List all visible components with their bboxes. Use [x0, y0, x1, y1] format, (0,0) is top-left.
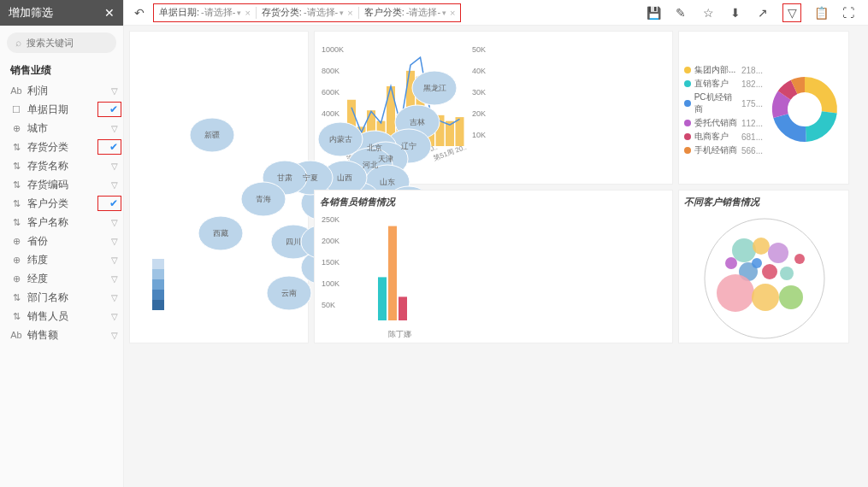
- check-icon: ✔: [109, 103, 118, 115]
- close-icon[interactable]: ×: [347, 8, 352, 18]
- svg-text:100K: 100K: [322, 279, 340, 288]
- legend-label: PC机经销商: [694, 91, 738, 115]
- tree-item[interactable]: ⇅客户名称▽: [10, 213, 118, 232]
- province-label: 山西: [337, 173, 352, 182]
- legend-item[interactable]: 委托代销商112...: [684, 117, 763, 129]
- province-label: 西藏: [213, 229, 228, 238]
- sidebar: 增加筛选 ✕ ⌕ 销售业绩 Ab利润▽☐单据日期✔⊕城市▽⇅存货分类✔⇅存货名称…: [0, 0, 124, 487]
- edit-icon[interactable]: ✎: [673, 5, 688, 21]
- tree-item[interactable]: ☐单据日期✔: [10, 100, 118, 119]
- main: ↶ 单据日期:-请选择-▾×存货分类:-请选择-▾×客户分类:-请选择-▾× 💾…: [124, 0, 868, 487]
- star-icon[interactable]: ☆: [700, 5, 716, 21]
- filter-icon[interactable]: ▽: [782, 3, 801, 22]
- tree-item[interactable]: Ab销售额▽: [10, 326, 118, 344]
- bubble[interactable]: [725, 257, 737, 269]
- legend-item[interactable]: 直销客户182...: [684, 78, 763, 90]
- filter-chip[interactable]: 客户分类:-请选择-▾×: [361, 6, 459, 19]
- bubbles-title: 不同客户销售情况: [684, 196, 843, 208]
- field-type-icon: ⇅: [10, 197, 22, 209]
- svg-text:150K: 150K: [322, 258, 340, 267]
- tree-item[interactable]: ⊕纬度▽: [10, 250, 118, 269]
- province-label: 宁夏: [303, 173, 318, 182]
- field-type-icon: Ab: [10, 329, 22, 341]
- tree-item[interactable]: ⇅销售人员▽: [10, 307, 118, 326]
- legend-value: 681...: [741, 132, 763, 142]
- legend-label: 电商客户: [694, 131, 729, 143]
- legend-value: 175...: [741, 99, 763, 109]
- tree-item[interactable]: ⇅存货编码▽: [10, 175, 118, 194]
- fullscreen-icon[interactable]: ⛶: [841, 5, 856, 21]
- bubble[interactable]: [779, 285, 803, 309]
- dashboard: 1000K800K600K400K200K 50K40K30K20K10K 第4…: [124, 26, 868, 487]
- close-icon[interactable]: ✕: [104, 6, 115, 20]
- card-bubbles[interactable]: 不同客户销售情况: [678, 190, 849, 343]
- bubble[interactable]: [762, 264, 777, 279]
- bubble[interactable]: [794, 254, 805, 264]
- chevron-down-icon: ▽: [111, 293, 118, 302]
- bubble[interactable]: [768, 243, 788, 263]
- legend-dot-icon: [684, 120, 691, 126]
- export-icon[interactable]: ⬇: [728, 5, 743, 21]
- chevron-down-icon: ▽: [111, 86, 118, 96]
- donut-chart: [766, 37, 843, 173]
- close-icon[interactable]: ×: [245, 8, 250, 18]
- legend-item[interactable]: 手机经销商566...: [684, 144, 763, 156]
- bubble[interactable]: [753, 238, 770, 255]
- province-label: 四川: [286, 238, 301, 246]
- legend-dot-icon: [684, 147, 691, 154]
- tree-item[interactable]: ⊕省份▽: [10, 232, 118, 250]
- bubble[interactable]: [752, 258, 762, 268]
- back-icon[interactable]: ↶: [131, 6, 148, 20]
- close-icon[interactable]: ×: [450, 8, 455, 18]
- bubble[interactable]: [780, 267, 794, 280]
- province-label: 河北: [363, 161, 378, 169]
- clipboard-icon[interactable]: 📋: [813, 5, 829, 21]
- legend-item[interactable]: PC机经销商175...: [684, 91, 763, 115]
- legend-label: 手机经销商: [694, 144, 737, 156]
- legend-item[interactable]: 集团内部...218...: [684, 64, 763, 76]
- bubble[interactable]: [717, 274, 754, 312]
- search-input[interactable]: [25, 37, 108, 49]
- field-type-icon: ⇅: [10, 216, 22, 228]
- legend-value: 112...: [741, 119, 763, 128]
- tree-item[interactable]: ⊕城市▽: [10, 119, 118, 138]
- field-type-icon: Ab: [10, 85, 22, 97]
- field-label: 销售额: [27, 328, 58, 343]
- legend-value: 566...: [741, 146, 763, 155]
- legend-dot-icon: [684, 67, 691, 73]
- chevron-down-icon: ▾: [442, 9, 446, 17]
- svg-rect-27: [152, 269, 164, 279]
- field-label: 省份: [27, 234, 48, 249]
- legend-item[interactable]: 电商客户681...: [684, 131, 763, 143]
- svg-text:200K: 200K: [322, 237, 340, 245]
- tree-item[interactable]: ⇅部门名称▽: [10, 288, 118, 307]
- chevron-down-icon: ▽: [111, 161, 118, 171]
- filter-value: -请选择-: [201, 6, 235, 19]
- filter-chip[interactable]: 存货分类:-请选择-▾×: [258, 6, 357, 19]
- field-type-icon: ⇅: [10, 291, 22, 303]
- province-label: 新疆: [204, 131, 220, 139]
- chevron-down-icon: ✔: [109, 141, 118, 153]
- province-label: 青海: [256, 195, 271, 203]
- donut-legend: 集团内部...218...直销客户182...PC机经销商175...委托代销商…: [684, 37, 763, 179]
- bubble[interactable]: [732, 238, 756, 262]
- filter-chip[interactable]: 单据日期:-请选择-▾×: [156, 6, 254, 19]
- search-box[interactable]: ⌕: [7, 32, 116, 53]
- card-donut[interactable]: 集团内部...218...直销客户182...PC机经销商175...委托代销商…: [678, 31, 849, 185]
- legend-value: 182...: [741, 79, 763, 89]
- save-icon[interactable]: 💾: [646, 5, 661, 21]
- province-label: 天津: [378, 155, 393, 163]
- tree-item[interactable]: ⇅存货名称▽: [10, 156, 118, 175]
- tree-item[interactable]: ⇅客户分类✔: [10, 194, 118, 213]
- tree-item[interactable]: ⊕经度▽: [10, 269, 118, 288]
- card-salesperson[interactable]: 各销售员销售情况 250K200K150K100K50K 陈丁娜: [314, 190, 673, 343]
- province-label: 辽宁: [401, 142, 416, 150]
- tree-item[interactable]: Ab利润▽: [10, 81, 118, 100]
- field-type-icon: ⇅: [10, 141, 22, 153]
- bubble[interactable]: [752, 284, 779, 311]
- tree-item[interactable]: ⇅存货分类✔: [10, 138, 118, 156]
- card-map[interactable]: 黑龙江吉林辽宁北京天津河北内蒙古山东江苏上海浙江福建台湾澳门广东广西海南云南贵州…: [129, 31, 309, 343]
- field-label: 纬度: [27, 253, 48, 267]
- svg-text:50K: 50K: [322, 301, 335, 309]
- share-icon[interactable]: ↗: [755, 5, 771, 21]
